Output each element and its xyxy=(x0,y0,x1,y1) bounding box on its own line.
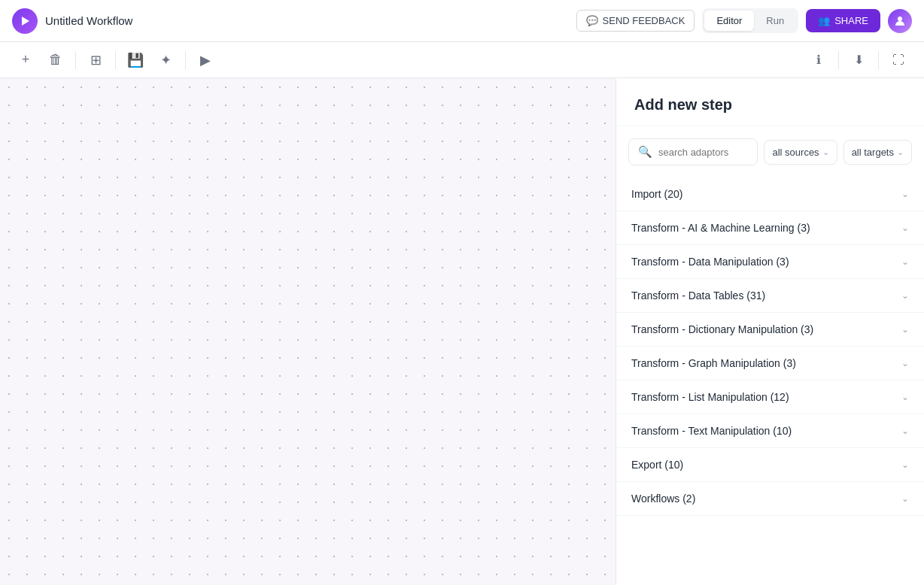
download-icon: ⬇ xyxy=(854,53,864,67)
profile-button[interactable] xyxy=(888,9,912,33)
fullscreen-button[interactable]: ⛶ xyxy=(885,47,912,74)
canvas[interactable] xyxy=(0,78,615,585)
toolbar-divider-2 xyxy=(115,51,116,69)
targets-filter[interactable]: all targets ⌄ xyxy=(843,140,912,165)
add-button[interactable]: + xyxy=(12,47,39,74)
accordion-label: Transform - AI & Machine Learning (3) xyxy=(631,222,810,234)
accordion-header-6[interactable]: Transform - List Manipulation (12)⌄ xyxy=(616,380,924,414)
sources-filter[interactable]: all sources ⌄ xyxy=(764,140,837,165)
send-feedback-button[interactable]: 💬 SEND FEEDBACK xyxy=(576,10,695,32)
targets-label: all targets xyxy=(852,147,894,158)
accordion-item: Workflows (2)⌄ xyxy=(616,482,924,516)
topbar-center: 💬 SEND FEEDBACK Editor Run 👥 SHARE xyxy=(576,8,912,33)
panel-header: Add new step xyxy=(616,78,924,126)
play-icon: ▶ xyxy=(200,52,211,68)
download-button[interactable]: ⬇ xyxy=(845,47,872,74)
accordion-chevron-icon: ⌄ xyxy=(901,493,909,504)
accordion-label: Transform - Dictionary Manipulation (3) xyxy=(631,323,813,335)
accordion-label: Transform - List Manipulation (12) xyxy=(631,391,789,403)
accordion-list: Import (20)⌄Transform - AI & Machine Lea… xyxy=(616,171,924,585)
accordion-label: Import (20) xyxy=(631,188,682,200)
play-button[interactable]: ▶ xyxy=(192,47,219,74)
fullscreen-icon: ⛶ xyxy=(892,53,904,67)
accordion-item: Transform - Data Manipulation (3)⌄ xyxy=(616,245,924,279)
mode-toggle: Editor Run xyxy=(702,8,798,33)
accordion-label: Workflows (2) xyxy=(631,493,695,505)
accordion-item: Transform - List Manipulation (12)⌄ xyxy=(616,380,924,414)
save-button[interactable]: 💾 xyxy=(122,47,149,74)
accordion-item: Transform - AI & Machine Learning (3)⌄ xyxy=(616,211,924,245)
delete-button[interactable]: 🗑 xyxy=(42,47,69,74)
topbar: Untitled Workflow 💬 SEND FEEDBACK Editor… xyxy=(0,0,924,42)
topbar-left: Untitled Workflow xyxy=(12,8,132,34)
svg-marker-0 xyxy=(22,17,29,26)
accordion-label: Transform - Data Manipulation (3) xyxy=(631,256,789,268)
wand-button[interactable]: ✦ xyxy=(152,47,179,74)
info-icon: ℹ xyxy=(816,53,821,67)
accordion-chevron-icon: ⌄ xyxy=(901,324,909,335)
trash-icon: 🗑 xyxy=(49,52,62,68)
accordion-header-0[interactable]: Import (20)⌄ xyxy=(616,177,924,211)
right-panel: Add new step 🔍 all sources ⌄ all targets… xyxy=(615,78,924,585)
users-icon: 👥 xyxy=(818,15,830,26)
accordion-label: Export (10) xyxy=(631,459,683,471)
toolbar: + 🗑 ⊞ 💾 ✦ ▶ ℹ ⬇ ⛶ xyxy=(0,42,924,78)
accordion-header-7[interactable]: Transform - Text Manipulation (10)⌄ xyxy=(616,414,924,447)
toolbar-divider-4 xyxy=(838,51,839,69)
run-button[interactable]: Run xyxy=(754,11,796,31)
accordion-header-4[interactable]: Transform - Dictionary Manipulation (3)⌄ xyxy=(616,313,924,346)
toolbar-divider-3 xyxy=(185,51,186,69)
accordion-header-9[interactable]: Workflows (2)⌄ xyxy=(616,482,924,515)
accordion-header-5[interactable]: Transform - Graph Manipulation (3)⌄ xyxy=(616,347,924,380)
accordion-label: Transform - Text Manipulation (10) xyxy=(631,425,792,437)
sources-label: all sources xyxy=(772,147,819,158)
accordion-item: Import (20)⌄ xyxy=(616,177,924,211)
accordion-chevron-icon: ⌄ xyxy=(901,459,909,470)
accordion-item: Export (10)⌄ xyxy=(616,448,924,482)
accordion-chevron-icon: ⌄ xyxy=(901,189,909,199)
sources-chevron-icon: ⌄ xyxy=(822,147,829,157)
accordion-item: Transform - Graph Manipulation (3)⌄ xyxy=(616,347,924,380)
accordion-item: Transform - Dictionary Manipulation (3)⌄ xyxy=(616,313,924,347)
toolbar-divider-1 xyxy=(75,51,76,69)
logo-icon[interactable] xyxy=(12,8,38,34)
targets-chevron-icon: ⌄ xyxy=(897,147,904,157)
accordion-header-2[interactable]: Transform - Data Manipulation (3)⌄ xyxy=(616,245,924,278)
share-button[interactable]: 👥 SHARE xyxy=(806,9,880,32)
panel-title: Add new step xyxy=(634,96,732,113)
accordion-label: Transform - Graph Manipulation (3) xyxy=(631,357,796,369)
wand-icon: ✦ xyxy=(160,52,172,68)
select-icon: ⊞ xyxy=(90,52,102,68)
accordion-header-3[interactable]: Transform - Data Tables (31)⌄ xyxy=(616,279,924,312)
plus-icon: + xyxy=(22,52,30,68)
editor-button[interactable]: Editor xyxy=(704,11,754,31)
info-button[interactable]: ℹ xyxy=(805,47,832,74)
search-box: 🔍 xyxy=(628,138,758,165)
accordion-chevron-icon: ⌄ xyxy=(901,358,909,368)
accordion-header-8[interactable]: Export (10)⌄ xyxy=(616,448,924,481)
search-input[interactable] xyxy=(658,147,748,158)
accordion-chevron-icon: ⌄ xyxy=(901,392,909,402)
accordion-label: Transform - Data Tables (31) xyxy=(631,289,765,302)
accordion-chevron-icon: ⌄ xyxy=(901,290,909,301)
accordion-chevron-icon: ⌄ xyxy=(901,426,909,436)
chat-icon: 💬 xyxy=(586,15,598,26)
accordion-item: Transform - Text Manipulation (10)⌄ xyxy=(616,414,924,448)
search-icon: 🔍 xyxy=(638,145,652,159)
accordion-header-1[interactable]: Transform - AI & Machine Learning (3)⌄ xyxy=(616,211,924,244)
select-button[interactable]: ⊞ xyxy=(82,47,109,74)
accordion-chevron-icon: ⌄ xyxy=(901,223,909,233)
search-row: 🔍 all sources ⌄ all targets ⌄ xyxy=(616,126,924,171)
accordion-chevron-icon: ⌄ xyxy=(901,256,909,267)
workflow-title: Untitled Workflow xyxy=(45,14,132,27)
accordion-item: Transform - Data Tables (31)⌄ xyxy=(616,279,924,313)
toolbar-right: ℹ ⬇ ⛶ xyxy=(805,47,912,74)
save-icon: 💾 xyxy=(127,52,144,68)
svg-point-1 xyxy=(898,17,902,21)
main-content: Add new step 🔍 all sources ⌄ all targets… xyxy=(0,78,924,585)
toolbar-divider-5 xyxy=(878,51,879,69)
